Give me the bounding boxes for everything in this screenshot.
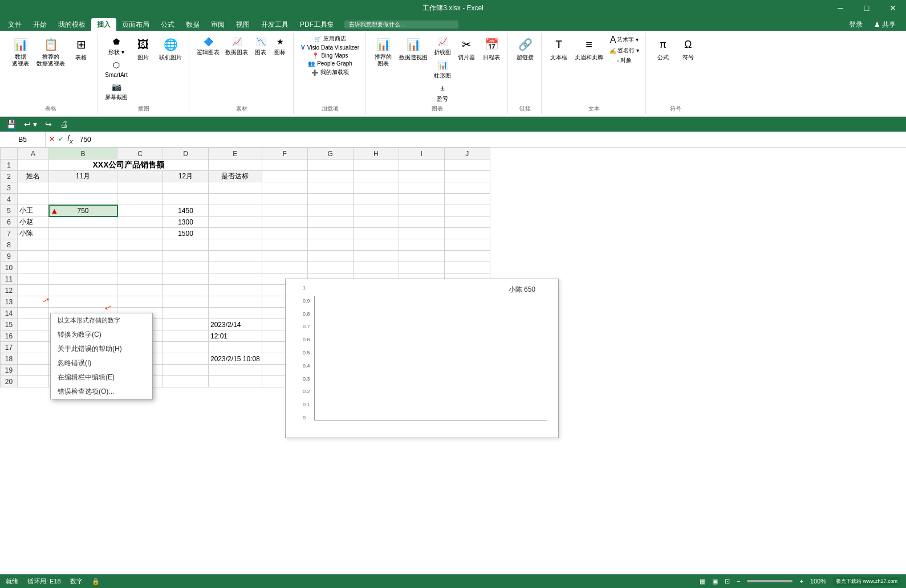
cell-D6[interactable]: 1300	[163, 217, 209, 228]
cell-E1[interactable]	[209, 160, 262, 171]
hyperlink-btn[interactable]: 🔗 超链接	[514, 34, 537, 63]
header-footer-btn[interactable]: ≡ 页眉和页脚	[572, 34, 606, 63]
logic-chart-btn[interactable]: 🔷 逻辑图表	[195, 34, 221, 57]
recommended-pivot-btn[interactable]: 📋 推荐的数据透视表	[34, 34, 67, 68]
cell-F1[interactable]	[262, 160, 307, 171]
cell-F5[interactable]	[262, 205, 307, 217]
status-zoom-in[interactable]: +	[799, 578, 803, 585]
screenshot-btn[interactable]: 📷 屏幕截图	[103, 79, 129, 102]
col-header-G[interactable]: G	[307, 148, 353, 160]
col-header-E[interactable]: E	[209, 148, 262, 160]
rec-chart-btn[interactable]: 📊 推荐的图表	[372, 34, 395, 68]
minimize-btn[interactable]: ─	[827, 0, 854, 16]
cell-E7[interactable]	[209, 228, 262, 239]
cell-C3[interactable]	[117, 182, 163, 194]
cell-A5[interactable]: 小王	[18, 205, 49, 217]
tab-dev[interactable]: 开发工具	[255, 18, 294, 31]
slicer-btn[interactable]: ✂ 切片器	[455, 34, 478, 63]
cell-F6[interactable]	[262, 217, 307, 228]
status-view-normal[interactable]: ▦	[700, 578, 705, 585]
cell-D3[interactable]	[163, 182, 209, 194]
cell-B4[interactable]	[49, 194, 117, 205]
cell-J2[interactable]	[444, 171, 490, 182]
cell-I6[interactable]	[399, 217, 444, 228]
cell-H1[interactable]	[353, 160, 399, 171]
status-zoom-slider[interactable]	[747, 580, 793, 582]
context-menu-item-options[interactable]: 错误检查选项(O)...	[51, 385, 152, 399]
context-menu-item-convert[interactable]: 转换为数字(C)	[51, 328, 152, 342]
cell-A1[interactable]	[18, 160, 49, 171]
win-loss-btn[interactable]: ± 盈亏	[432, 81, 453, 104]
cell-I2[interactable]	[399, 171, 444, 182]
cell-H5[interactable]	[353, 205, 399, 217]
login-btn[interactable]: 登录	[846, 19, 866, 31]
status-view-pagebreak[interactable]: ⊡	[725, 578, 730, 585]
col-header-A[interactable]: A	[18, 148, 49, 160]
cell-F3[interactable]	[262, 182, 307, 194]
save-btn[interactable]: 💾	[5, 119, 18, 130]
smartart-btn[interactable]: ⬡ SmartArt	[103, 58, 129, 79]
cell-F2[interactable]	[262, 171, 307, 182]
line-chart-btn[interactable]: 📈 折线图	[432, 34, 453, 57]
tab-file[interactable]: 文件	[2, 18, 27, 31]
cell-J3[interactable]	[444, 182, 490, 194]
search-bar[interactable]: 告诉我您想要做什么...	[349, 21, 405, 28]
formula-func-btn[interactable]: fx	[67, 134, 73, 145]
formula-symbol-btn[interactable]: π 公式	[652, 34, 675, 63]
cell-A4[interactable]	[18, 194, 49, 205]
online-picture-btn[interactable]: 🌐 联机图片	[157, 34, 184, 63]
cell-D2[interactable]: 12月	[163, 171, 209, 182]
cell-I3[interactable]	[399, 182, 444, 194]
people-graph-btn[interactable]: 👥 People Graph	[299, 60, 361, 67]
tab-data[interactable]: 数据	[180, 18, 205, 31]
chart-btn[interactable]: 📉 图表	[252, 34, 269, 57]
object-btn[interactable]: ▫ 对象	[608, 56, 641, 65]
cell-reference[interactable]: B5	[0, 132, 46, 147]
share-btn[interactable]: ♟ 共享	[871, 19, 899, 31]
tab-review[interactable]: 审阅	[205, 18, 230, 31]
cell-G6[interactable]	[307, 217, 353, 228]
redo-btn[interactable]: ↪	[43, 119, 54, 130]
cell-A7[interactable]: 小陈	[18, 228, 49, 239]
cell-J6[interactable]	[444, 217, 490, 228]
col-header-H[interactable]: H	[353, 148, 399, 160]
status-zoom-out[interactable]: −	[737, 578, 740, 585]
col-header-F[interactable]: F	[262, 148, 307, 160]
data-chart-btn[interactable]: 📈 数据图表	[224, 34, 250, 57]
visio-btn[interactable]: V Visio Data Visualizer	[299, 44, 361, 51]
tab-formula[interactable]: 公式	[155, 18, 180, 31]
cell-E6[interactable]	[209, 217, 262, 228]
table-btn[interactable]: ⊞ 表格	[70, 34, 92, 63]
cell-B1[interactable]: XXX公司产品销售额	[49, 160, 209, 171]
shapes-btn[interactable]: ⬟ 形状 ▾	[103, 34, 129, 57]
col-header-D[interactable]: D	[163, 148, 209, 160]
bing-maps-btn[interactable]: 📍 Bing Maps	[299, 52, 361, 59]
context-menu-item-help[interactable]: 关于此错误的帮助(H)	[51, 342, 152, 356]
error-indicator[interactable]: ▲	[51, 206, 59, 215]
formula-cancel-btn[interactable]: ✕	[49, 135, 55, 143]
cell-I4[interactable]	[399, 194, 444, 205]
sheet-table-wrapper[interactable]: A B C D E F G H I J 1 XXX公司产品销售额	[0, 148, 906, 588]
symbol-btn[interactable]: Ω 符号	[677, 34, 700, 63]
col-header-B[interactable]: B	[49, 148, 117, 160]
cell-H7[interactable]	[353, 228, 399, 239]
cell-C2[interactable]	[117, 171, 163, 182]
cell-C4[interactable]	[117, 194, 163, 205]
undo-btn[interactable]: ↩ ▾	[22, 119, 39, 130]
tab-insert[interactable]: 插入	[91, 18, 116, 31]
cell-F4[interactable]	[262, 194, 307, 205]
formula-confirm-btn[interactable]: ✓	[58, 135, 64, 143]
cell-G5[interactable]	[307, 205, 353, 217]
pivot-table-btn[interactable]: 📊 数据透视表	[9, 34, 32, 68]
cell-D5[interactable]: 1450	[163, 205, 209, 217]
status-view-layout[interactable]: ▣	[712, 578, 718, 585]
cell-B7[interactable]	[49, 228, 117, 239]
cell-J1[interactable]	[444, 160, 490, 171]
cell-G4[interactable]	[307, 194, 353, 205]
pivot-chart-btn[interactable]: 📊 数据透视图	[397, 34, 430, 63]
cell-C5[interactable]	[117, 205, 163, 217]
cell-I5[interactable]	[399, 205, 444, 217]
cell-B2[interactable]: 11月	[49, 171, 117, 182]
cell-E2[interactable]: 是否达标	[209, 171, 262, 182]
tab-view[interactable]: 视图	[230, 18, 255, 31]
